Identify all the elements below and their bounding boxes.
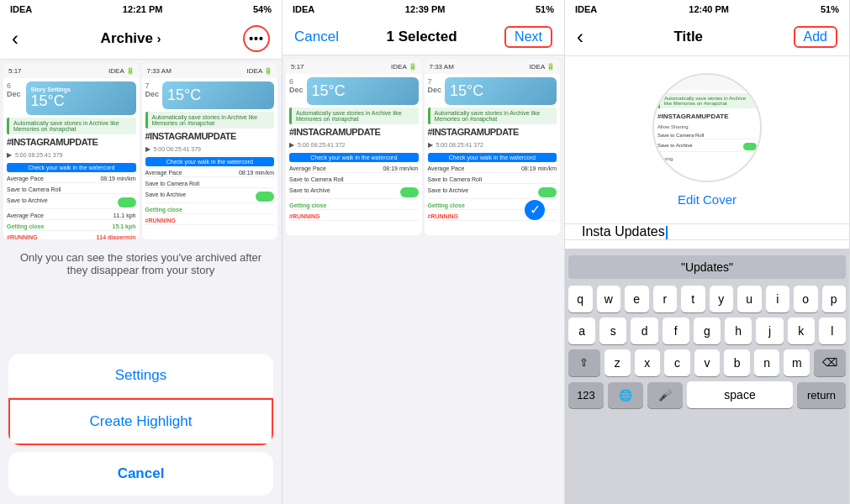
key-g[interactable]: g	[694, 318, 721, 344]
create-highlight-button[interactable]: Create Highlight	[8, 398, 273, 445]
nav-title-3: Title	[673, 29, 703, 45]
nav-title-chevron: ›	[157, 32, 161, 45]
back-button-1[interactable]: ‹	[12, 27, 18, 50]
key-x[interactable]: x	[635, 349, 661, 376]
title-input-area: Insta Updates	[565, 223, 849, 240]
keyboard: "Updates" q w e r t y u i o p a s d f g …	[565, 249, 849, 504]
screen-selected: IDEA 12:39 PM 51% Cancel 1 Selected Next…	[282, 0, 565, 504]
key-c[interactable]: c	[664, 349, 690, 376]
key-v[interactable]: v	[694, 349, 721, 376]
carrier-1: IDEA	[10, 4, 32, 14]
next-button[interactable]: Next	[504, 26, 552, 48]
cancel-button-1[interactable]: Cancel	[8, 452, 273, 496]
select-thumb-1[interactable]: 5:17IDEA 🔋 6Dec 15°C Automatically save …	[286, 59, 422, 235]
battery-3: 51%	[821, 4, 839, 14]
key-u[interactable]: u	[737, 286, 762, 312]
time-3: 12:40 PM	[689, 4, 729, 14]
archive-info-text: Only you can see the stories you've arch…	[0, 243, 282, 285]
battery-2: 51%	[536, 4, 554, 14]
time-1: 12:21 PM	[123, 4, 163, 14]
mic-key[interactable]: 🎤	[647, 382, 683, 408]
keyboard-row-4: 123 🌐 🎤 space return	[568, 381, 846, 408]
story-thumb-2[interactable]: 7:33 AMIDEA 🔋 7 Dec 15°C	[142, 63, 278, 239]
battery-1: 54%	[253, 4, 272, 14]
space-key[interactable]: space	[687, 381, 793, 408]
cover-area: IDEA🔋51% Automatically save stories in A…	[565, 56, 849, 215]
status-bar-2: IDEA 12:39 PM 51%	[282, 0, 564, 18]
keyboard-row-3: ⇧ z x c v b n m ⌫	[568, 349, 846, 376]
time-2: 12:39 PM	[405, 4, 446, 14]
key-h[interactable]: h	[725, 318, 752, 344]
key-t[interactable]: t	[681, 286, 705, 312]
keyboard-suggestion[interactable]: "Updates"	[568, 255, 846, 279]
key-o[interactable]: o	[794, 286, 818, 312]
key-a[interactable]: a	[568, 318, 595, 344]
more-options-button[interactable]: •••	[243, 25, 270, 52]
selection-grid: 5:17IDEA 🔋 6Dec 15°C Automatically save …	[282, 55, 564, 239]
key-i[interactable]: i	[766, 286, 790, 312]
ss-status-2: 7:33 AMIDEA 🔋	[142, 63, 278, 78]
add-button[interactable]: Add	[794, 26, 837, 48]
status-bar-3: IDEA 12:40 PM 51%	[565, 0, 849, 18]
title-input-value: Insta Updates	[582, 224, 665, 239]
settings-button[interactable]: Settings	[8, 354, 273, 398]
key-w[interactable]: w	[597, 286, 621, 312]
key-d[interactable]: d	[631, 318, 657, 344]
nav-title-1: Archive	[101, 30, 153, 46]
key-n[interactable]: n	[754, 349, 780, 376]
nav-bar-1: ‹ Archive › •••	[0, 18, 282, 60]
key-q[interactable]: q	[568, 286, 593, 312]
status-bar-1: IDEA 12:21 PM 54%	[0, 0, 282, 18]
carrier-3: IDEA	[575, 4, 597, 14]
update-bar-1: Automatically save stories in Archive li…	[7, 118, 136, 134]
key-p[interactable]: p	[822, 286, 847, 312]
key-m[interactable]: m	[784, 349, 810, 376]
keyboard-row-2: a s d f g h j k l	[568, 318, 846, 344]
dots-icon: •••	[249, 33, 264, 45]
nav-bar-2: Cancel 1 Selected Next	[282, 18, 564, 55]
shift-key[interactable]: ⇧	[568, 349, 600, 376]
delete-key[interactable]: ⌫	[814, 349, 846, 376]
key-y[interactable]: y	[710, 286, 734, 312]
cover-circle[interactable]: IDEA🔋51% Automatically save stories in A…	[652, 73, 762, 182]
ss-status-1: 5:17IDEA 🔋	[3, 63, 140, 78]
key-l[interactable]: l	[819, 318, 846, 344]
screen-title-editor: IDEA 12:40 PM 51% ‹ Title Add IDEA🔋51% A…	[565, 0, 850, 504]
select-thumb-2[interactable]: 7:33 AMIDEA 🔋 7Dec 15°C Automatically sa…	[425, 59, 561, 235]
action-sheet: Settings Create Highlight Cancel	[0, 354, 282, 504]
screen-archive: IDEA 12:21 PM 54% ‹ Archive › ••• 5:17ID…	[0, 0, 282, 504]
action-sheet-group: Settings Create Highlight	[8, 354, 273, 445]
text-cursor	[666, 226, 668, 239]
carrier-2: IDEA	[293, 4, 314, 14]
keyboard-row-1: q w e r t y u i o p	[568, 286, 846, 312]
story-thumb-1[interactable]: 5:17IDEA 🔋 6 Dec Story Settings	[3, 63, 140, 239]
back-button-3[interactable]: ‹	[577, 25, 583, 49]
key-j[interactable]: j	[756, 318, 783, 344]
selection-grid-area: 5:17IDEA 🔋 6Dec 15°C Automatically save …	[282, 55, 564, 504]
key-k[interactable]: k	[788, 318, 815, 344]
key-b[interactable]: b	[724, 349, 750, 376]
blue-bar-1: Check your walk in the watercord	[7, 163, 136, 172]
nav-title-2: 1 Selected	[386, 29, 457, 45]
key-e[interactable]: e	[625, 286, 649, 312]
hashtag-1: #INSTAGRAMUPDATE	[7, 137, 136, 147]
cancel-nav-button[interactable]: Cancel	[294, 29, 339, 45]
return-key[interactable]: return	[797, 382, 846, 408]
key-z[interactable]: z	[605, 349, 631, 376]
globe-key[interactable]: 🌐	[608, 382, 643, 408]
number-key[interactable]: 123	[568, 382, 604, 408]
stories-grid: 5:17IDEA 🔋 6 Dec Story Settings	[0, 60, 282, 243]
key-f[interactable]: f	[663, 318, 689, 344]
title-input[interactable]: Insta Updates	[582, 214, 668, 249]
edit-cover-button[interactable]: Edit Cover	[678, 192, 736, 207]
nav-bar-3: ‹ Title Add	[565, 18, 849, 56]
key-s[interactable]: s	[599, 318, 626, 344]
selection-checkmark: ✓	[523, 198, 546, 222]
key-r[interactable]: r	[653, 286, 678, 312]
